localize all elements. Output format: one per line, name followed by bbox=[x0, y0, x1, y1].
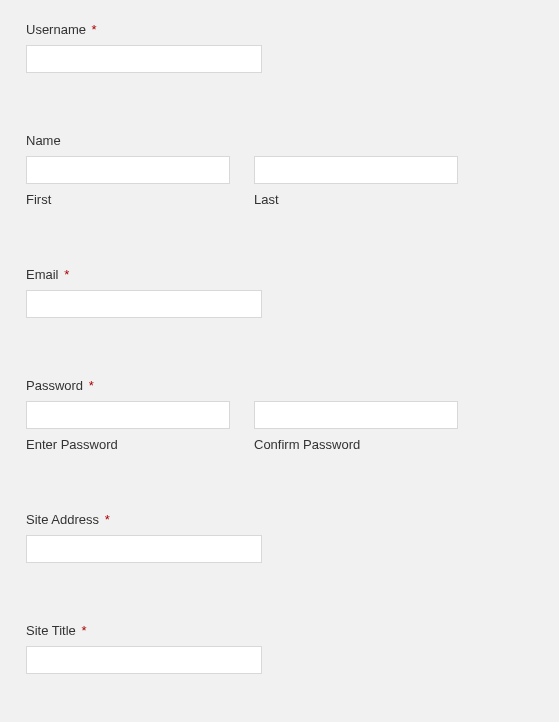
name-columns: First Last bbox=[26, 156, 533, 207]
enter-password-col: Enter Password bbox=[26, 401, 230, 452]
confirm-password-input[interactable] bbox=[254, 401, 458, 429]
required-marker: * bbox=[105, 512, 110, 527]
required-marker: * bbox=[89, 378, 94, 393]
site-address-input[interactable] bbox=[26, 535, 262, 563]
required-marker: * bbox=[81, 623, 86, 638]
name-group: Name First Last bbox=[26, 133, 533, 207]
name-label-text: Name bbox=[26, 133, 61, 148]
confirm-password-col: Confirm Password bbox=[254, 401, 458, 452]
email-group: Email * bbox=[26, 267, 533, 318]
email-label: Email * bbox=[26, 267, 533, 282]
confirm-password-sublabel: Confirm Password bbox=[254, 437, 458, 452]
site-title-input[interactable] bbox=[26, 646, 262, 674]
site-title-label: Site Title * bbox=[26, 623, 533, 638]
username-input[interactable] bbox=[26, 45, 262, 73]
username-label-text: Username bbox=[26, 22, 86, 37]
first-name-input[interactable] bbox=[26, 156, 230, 184]
password-columns: Enter Password Confirm Password bbox=[26, 401, 533, 452]
last-name-col: Last bbox=[254, 156, 458, 207]
email-input[interactable] bbox=[26, 290, 262, 318]
password-group: Password * Enter Password Confirm Passwo… bbox=[26, 378, 533, 452]
enter-password-sublabel: Enter Password bbox=[26, 437, 230, 452]
required-marker: * bbox=[92, 22, 97, 37]
name-label: Name bbox=[26, 133, 533, 148]
required-marker: * bbox=[64, 267, 69, 282]
email-label-text: Email bbox=[26, 267, 59, 282]
site-title-group: Site Title * bbox=[26, 623, 533, 674]
site-address-label: Site Address * bbox=[26, 512, 533, 527]
password-label-text: Password bbox=[26, 378, 83, 393]
first-name-col: First bbox=[26, 156, 230, 207]
site-address-group: Site Address * bbox=[26, 512, 533, 563]
site-address-label-text: Site Address bbox=[26, 512, 99, 527]
username-group: Username * bbox=[26, 22, 533, 73]
site-title-label-text: Site Title bbox=[26, 623, 76, 638]
password-label: Password * bbox=[26, 378, 533, 393]
enter-password-input[interactable] bbox=[26, 401, 230, 429]
last-name-sublabel: Last bbox=[254, 192, 458, 207]
first-name-sublabel: First bbox=[26, 192, 230, 207]
last-name-input[interactable] bbox=[254, 156, 458, 184]
username-label: Username * bbox=[26, 22, 533, 37]
